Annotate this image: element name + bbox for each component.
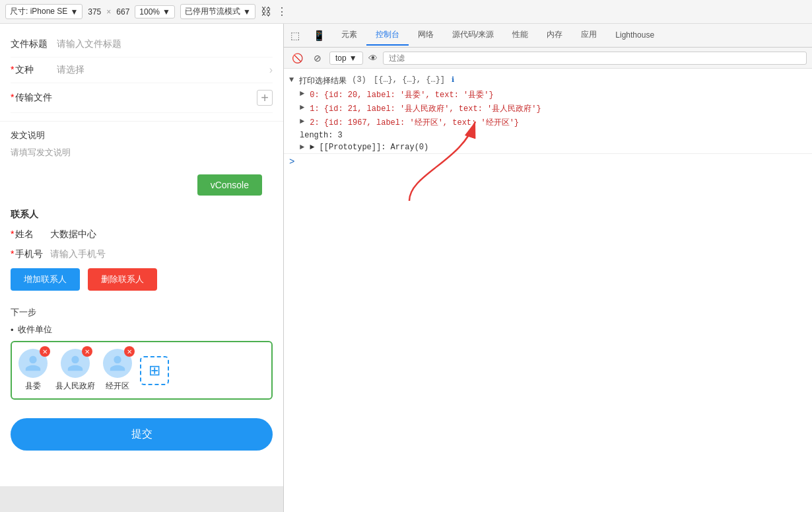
console-input-line: > [284, 153, 812, 170]
tab-elements[interactable]: 元素 [332, 25, 366, 46]
info-icon[interactable]: ℹ [452, 75, 454, 84]
chevron-right-icon: › [269, 64, 273, 76]
send-desc-section: 发文说明 请填写发文说明 [0, 122, 283, 166]
receiver-item-2: ✕ 经开区 [103, 349, 132, 392]
console-prompt[interactable]: > [289, 157, 294, 167]
person-icon [24, 354, 42, 373]
phone-input[interactable]: 请输入手机号 [50, 248, 273, 260]
tab-memory[interactable]: 内存 [537, 25, 572, 46]
item-1-text: 1: {id: 21, label: '县人民政府', text: '县人民政府… [310, 103, 541, 114]
more-options-icon[interactable]: ⋮ [277, 5, 287, 18]
receiver-avatar-0: ✕ [18, 349, 48, 378]
contact-section: 联系人 姓名 大数据中心 手机号 请输入手机号 增加联系人 删除联系人 [0, 201, 283, 299]
zoom-label: 100% [139, 7, 160, 17]
context-select[interactable]: top ▼ [329, 52, 363, 65]
file-type-select[interactable]: 请选择 [57, 64, 269, 76]
remove-receiver-1[interactable]: ✕ [82, 346, 92, 357]
clear-console-icon[interactable]: 🚫 [289, 52, 306, 65]
tab-network[interactable]: 网络 [409, 25, 443, 46]
console-output: ▼ 打印选择结果 (3) [{…}, {…}, {…}] ℹ ► 0: {id:… [284, 69, 812, 512]
receiver-name-0: 县委 [25, 381, 41, 392]
device-icon[interactable]: 📱 [306, 26, 332, 46]
send-desc-label: 发文说明 [11, 129, 273, 141]
send-desc-input[interactable]: 请填写发文说明 [11, 147, 273, 159]
receiver-avatar-1: ✕ [61, 349, 90, 378]
prototype-text: ► [[Prototype]]: Array(0) [310, 143, 428, 152]
item-2-text: 2: {id: 1967, label: '经开区', text: '经开区'} [310, 117, 519, 128]
person-icon [66, 354, 85, 373]
expand-icon-1[interactable]: ► [300, 103, 304, 112]
name-value: 大数据中心 [50, 229, 273, 240]
next-step-section: 下一步 • 收件单位 ✕ 县委 [0, 299, 283, 408]
transfer-file-row: 传输文件 + [11, 83, 273, 113]
chevron-down-icon: ▼ [243, 7, 251, 17]
expand-icon-2[interactable]: ► [300, 117, 304, 126]
tab-application[interactable]: 应用 [572, 25, 606, 46]
device-select[interactable]: 尺寸: iPhone SE ▼ [5, 4, 83, 19]
devtools-panel: ⬚ 📱 元素 控制台 网络 源代码/来源 性能 内存 应用 Lighthouse… [284, 24, 812, 512]
console-toolbar: 🚫 ⊘ top ▼ 👁 [284, 48, 812, 69]
add-receiver-button[interactable]: ⊞ [140, 356, 169, 385]
submit-button[interactable]: 提交 [11, 418, 273, 451]
chevron-down-icon: ▼ [70, 7, 78, 17]
context-label: top [335, 54, 347, 63]
next-step-label: 下一步 [11, 307, 273, 318]
receiver-item-1: ✕ 县人民政府 [55, 349, 95, 392]
receivers-box: ✕ 县委 ✕ 县人民政府 ✕ [11, 341, 273, 400]
receiver-avatar-2: ✕ [103, 349, 132, 378]
receiver-name-2: 经开区 [106, 381, 129, 392]
chevron-down-icon: ▼ [162, 7, 170, 17]
file-type-label: 文种 [11, 64, 57, 76]
receiver-label-row: • 收件单位 [11, 324, 273, 336]
tab-lighthouse[interactable]: Lighthouse [606, 26, 663, 45]
contact-title: 联系人 [11, 209, 273, 221]
expand-icon[interactable]: ▼ [289, 75, 294, 85]
mode-select[interactable]: 已停用节流模式 ▼ [180, 4, 255, 19]
vconsole-button[interactable]: vConsole [197, 174, 262, 196]
add-file-icon[interactable]: + [257, 90, 273, 106]
vconsole-section: vConsole [0, 166, 283, 172]
tab-sources[interactable]: 源代码/来源 [443, 25, 503, 46]
expand-icon-0[interactable]: ► [300, 89, 304, 98]
link-icon[interactable]: ⛓ [261, 6, 271, 18]
file-desc-input[interactable]: 请输入文件标题 [57, 38, 273, 50]
remove-receiver-0[interactable]: ✕ [40, 346, 50, 357]
receiver-item-0: ✕ 县委 [18, 349, 48, 392]
block-icon[interactable]: ⊘ [311, 52, 324, 65]
mode-label: 已停用节流模式 [185, 6, 240, 17]
inspect-icon[interactable]: ⬚ [284, 26, 306, 46]
console-item-1: ► 1: {id: 21, label: '县人民政府', text: '县人民… [284, 102, 812, 116]
console-prototype: ► ► [[Prototype]]: Array(0) [284, 141, 812, 153]
transfer-label: 传输文件 [11, 92, 57, 104]
x-separator: × [106, 7, 111, 17]
file-type-row: 文种 请选择 › [11, 57, 273, 83]
zoom-select[interactable]: 100% ▼ [135, 5, 175, 18]
console-line-print: ▼ 打印选择结果 (3) [{…}, {…}, {…}] ℹ [284, 74, 812, 88]
eye-icon[interactable]: 👁 [368, 53, 378, 63]
console-item-2: ► 2: {id: 1967, label: '经开区', text: '经开区… [284, 116, 812, 129]
filter-input[interactable] [383, 52, 807, 65]
name-row: 姓名 大数据中心 [11, 229, 273, 240]
expand-proto-icon[interactable]: ► [300, 143, 304, 152]
console-input[interactable] [298, 157, 807, 166]
top-toolbar: 尺寸: iPhone SE ▼ 375 × 667 100% ▼ 已停用节流模式… [0, 0, 812, 24]
console-item-0: ► 0: {id: 20, label: '县委', text: '县委'} [284, 88, 812, 102]
add-contact-button[interactable]: 增加联系人 [11, 268, 80, 291]
chevron-down-icon: ▼ [349, 54, 357, 63]
receiver-label: 收件单位 [18, 324, 52, 336]
console-length: length: 3 [284, 129, 812, 141]
item-0-text: 0: {id: 20, label: '县委', text: '县委'} [310, 89, 493, 100]
phone-label: 手机号 [11, 248, 50, 260]
file-desc-section: 文件标题 请输入文件标题 文种 请选择 › 传输文件 + [0, 24, 283, 122]
person-icon [108, 354, 127, 373]
device-label: 尺寸: iPhone SE [10, 6, 67, 17]
remove-receiver-2[interactable]: ✕ [124, 346, 135, 357]
phone-panel: 文件标题 请输入文件标题 文种 请选择 › 传输文件 + 发文说明 [0, 24, 284, 512]
width-value: 375 [88, 7, 101, 17]
height-value: 667 [116, 7, 129, 17]
count-badge: (3) [{…}, {…}, {…}] [352, 75, 445, 85]
del-contact-button[interactable]: 删除联系人 [88, 268, 157, 291]
tab-console[interactable]: 控制台 [366, 25, 409, 46]
tab-performance[interactable]: 性能 [503, 25, 537, 46]
file-desc-row: 文件标题 请输入文件标题 [11, 32, 273, 57]
